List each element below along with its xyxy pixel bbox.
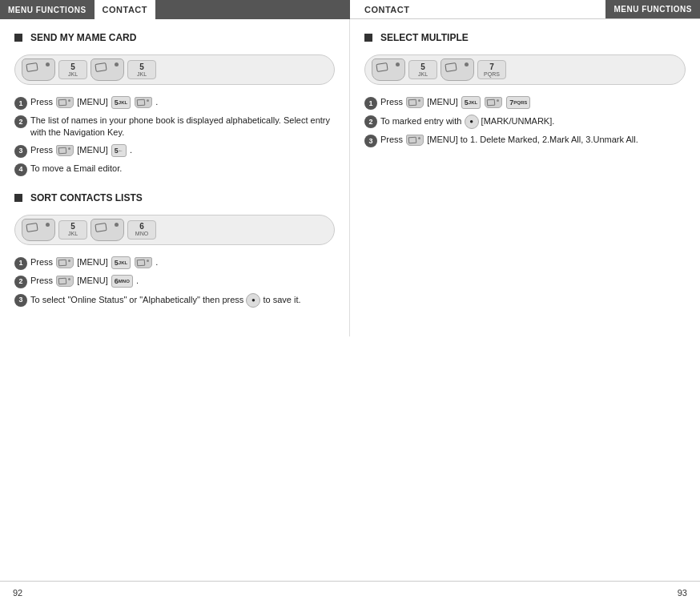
soft-key-r1[interactable] <box>372 58 405 81</box>
section-send-title: SEND MY MAME CARD <box>14 32 335 43</box>
num-key-5jkl-r[interactable]: 5 JKL <box>408 60 437 79</box>
sort-step-2: 2 Press [MENU] 6MNO . <box>14 275 335 288</box>
inline-soft-r2 <box>485 97 502 108</box>
inline-soft-key3 <box>56 145 74 156</box>
nav-key-r[interactable]: ● <box>465 115 479 129</box>
step-3: 3 Press [MENU] 5← . <box>14 144 335 158</box>
sk-dot-s2 <box>115 223 119 227</box>
inline-soft-r3 <box>406 135 424 146</box>
send-btn-row: 5 JKL 5 JKL <box>14 54 335 85</box>
section-bullet-r <box>364 34 372 42</box>
inline-key-6mno: 6MNO <box>111 275 133 288</box>
step-4: 4 To move a Email editor. <box>14 163 335 176</box>
sort-step-1: 1 Press [MENU] 5JKL . <box>14 256 335 270</box>
contact-label-right: CONTACT <box>356 0 417 18</box>
num-key-7pqrs-r[interactable]: 7 PQRS <box>477 60 506 79</box>
sk-dot-1 <box>46 62 50 66</box>
inline-soft-dot <box>68 99 70 102</box>
select-step-1: 1 Press [MENU] 5JKL 7PQRS <box>364 96 686 110</box>
step-1: 1 Press [MENU] 5JKL . <box>14 96 335 110</box>
footer-right: 93 <box>350 588 687 598</box>
inline-soft-dot2 <box>147 99 149 102</box>
sort-btn-row: 5 JKL 6 MNO <box>14 215 335 245</box>
inline-soft-key <box>56 97 74 108</box>
num-key-6mno-s[interactable]: 6 MNO <box>127 220 156 240</box>
inline-soft-key2 <box>135 97 152 108</box>
soft-key-2[interactable] <box>91 58 124 81</box>
header-right: CONTACT MENU FUNCTIONS <box>350 0 700 19</box>
inline-soft-dot-r3 <box>418 137 420 139</box>
inline-soft-dot-s1 <box>68 260 70 262</box>
inline-soft-s1 <box>56 257 74 268</box>
inline-soft-dot-s2 <box>147 260 149 262</box>
right-column: SELECT MULTIPLE 5 JKL <box>350 19 700 336</box>
header-left: MENU FUNCTIONS CONTACT <box>0 0 350 19</box>
sk-dot-2 <box>115 62 119 66</box>
inline-key-5jkl: 5JKL <box>111 256 131 269</box>
inline-key-5r: 5JKL <box>461 96 481 109</box>
sk-icon-s1 <box>26 223 38 232</box>
soft-key-s1[interactable] <box>22 219 55 241</box>
sk-icon-s2 <box>95 223 107 232</box>
inline-soft-r1 <box>406 97 424 108</box>
soft-key-s2[interactable] <box>91 219 124 241</box>
num-key-5jkl-1[interactable]: 5 JKL <box>58 60 87 79</box>
sk-dot-s1 <box>46 223 50 227</box>
inline-soft-s2 <box>135 257 152 268</box>
menu-functions-tab-right: MENU FUNCTIONS <box>605 0 700 18</box>
footer-left: 92 <box>13 588 350 598</box>
main-content: SEND MY MAME CARD 5 JKL <box>0 19 700 336</box>
sort-step-3: 3 To select "Online Status" or "Alphabet… <box>14 293 335 308</box>
footer: 92 93 <box>0 581 700 604</box>
inline-key-5: 5JKL <box>111 96 131 109</box>
sk-dot-r2 <box>465 62 469 66</box>
soft-key-r2[interactable] <box>441 58 474 81</box>
section-sort-contacts: SORT CONTACTS LISTS 5 JKL <box>14 192 335 308</box>
contact-label-left: CONTACT <box>95 0 155 19</box>
header: MENU FUNCTIONS CONTACT CONTACT MENU FUNC… <box>0 0 700 19</box>
inline-soft-dot-s3 <box>68 278 70 280</box>
soft-key-1[interactable] <box>22 58 55 81</box>
left-column: SEND MY MAME CARD 5 JKL <box>0 19 350 336</box>
num-key-5jkl-s[interactable]: 5 JKL <box>58 220 87 240</box>
sk-dot-r1 <box>396 62 400 66</box>
inline-soft-dot-r2 <box>497 99 499 102</box>
page-wrapper: MENU FUNCTIONS CONTACT CONTACT MENU FUNC… <box>0 0 700 604</box>
inline-soft-dot3 <box>68 147 70 150</box>
section-send-my-name-card: SEND MY MAME CARD 5 JKL <box>14 32 335 176</box>
section-bullet-2 <box>14 194 22 202</box>
section-select-title: SELECT MULTIPLE <box>364 32 686 43</box>
sk-icon-r1 <box>376 62 388 72</box>
section-sort-title: SORT CONTACTS LISTS <box>14 192 335 203</box>
step-2: 2 The list of names in your phone book i… <box>14 115 335 139</box>
select-step-3: 3 Press [MENU] to 1. Delete Marked, 2.Ma… <box>364 134 686 147</box>
sk-icon-1 <box>26 62 38 72</box>
menu-functions-tab-left: MENU FUNCTIONS <box>0 0 95 19</box>
nav-key-inline[interactable]: ● <box>246 293 260 308</box>
inline-soft-s3 <box>56 276 74 287</box>
select-btn-row: 5 JKL 7 PQRS <box>364 54 686 85</box>
select-step-2: 2 To marked entry with ● [MARK/UNMARK]. <box>364 115 686 129</box>
section-bullet <box>14 34 22 42</box>
inline-soft-dot-r1 <box>418 99 420 102</box>
inline-key-5b: 5← <box>111 144 127 157</box>
section-select-multiple: SELECT MULTIPLE 5 JKL <box>364 32 686 147</box>
sk-icon-r2 <box>445 62 457 72</box>
sk-icon-2 <box>95 62 107 72</box>
num-key-5-2[interactable]: 5 JKL <box>127 60 156 79</box>
inline-key-7r: 7PQRS <box>506 96 530 109</box>
